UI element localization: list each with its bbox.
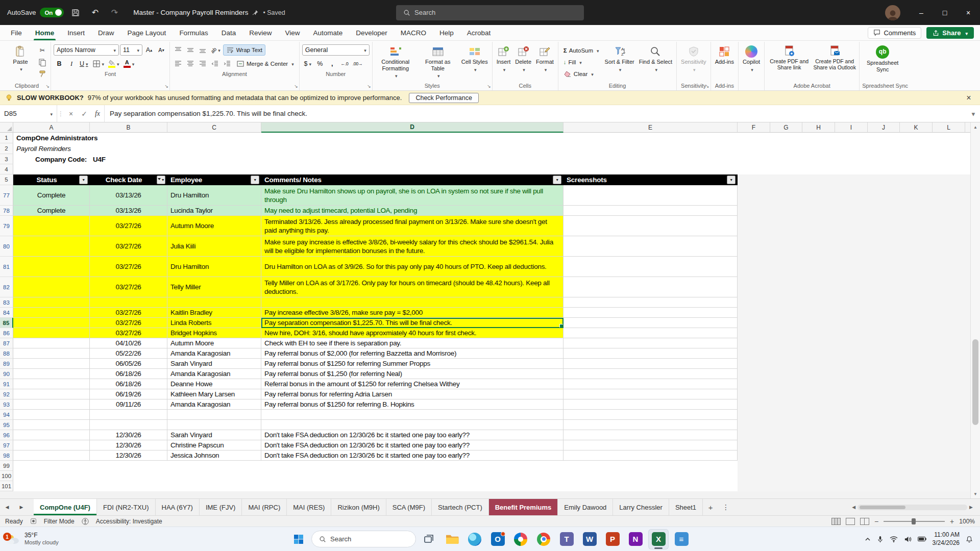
photos-button[interactable]	[510, 529, 531, 549]
row-header-86[interactable]: 86	[0, 328, 13, 338]
cell-D86[interactable]: New hire, DOH: 3/16, should have approxm…	[261, 328, 564, 338]
cell-B4[interactable]	[90, 164, 167, 174]
zoom-in-icon[interactable]: +	[950, 517, 954, 525]
formula-input[interactable]: Pay separation compensation $1,225.70. T…	[104, 105, 967, 122]
cell-D83[interactable]	[261, 297, 564, 308]
cell-E90[interactable]	[564, 369, 738, 379]
cell-A89[interactable]	[13, 359, 90, 369]
cell-A97[interactable]	[13, 440, 90, 450]
pin-icon[interactable]	[252, 9, 259, 16]
row-header-92[interactable]: 92	[0, 389, 13, 399]
cell-C84[interactable]: Kaitlin Bradley	[167, 308, 261, 318]
styles-dialog-launcher-icon[interactable]: ↘	[487, 84, 491, 89]
cell-E97[interactable]	[564, 440, 738, 450]
cell-B1[interactable]	[90, 133, 167, 143]
cell-B101[interactable]	[90, 481, 167, 491]
addins-button[interactable]: Add-ins	[714, 43, 736, 82]
cell-C81[interactable]: Dru Hamilton	[167, 257, 261, 277]
row-header-2[interactable]: 2	[0, 143, 13, 154]
cell-E96[interactable]	[564, 430, 738, 440]
format-painter-button[interactable]	[37, 68, 48, 79]
cell-C94[interactable]	[167, 410, 261, 420]
paste-button[interactable]: Paste	[6, 43, 35, 82]
cell-A93[interactable]	[13, 399, 90, 410]
increase-decimal-button[interactable]: ←.0	[339, 59, 350, 69]
autosum-button[interactable]: ΣAutoSum	[561, 45, 602, 56]
ribbon-tab-page-layout[interactable]: Page Layout	[121, 25, 173, 40]
cell-C85[interactable]: Linda Roberts	[167, 318, 261, 328]
row-header-82[interactable]: 82	[0, 277, 13, 297]
cell-B89[interactable]: 06/05/26	[90, 359, 167, 369]
row-header-85[interactable]: 85	[0, 318, 13, 328]
start-button[interactable]	[288, 529, 309, 549]
cell-B85[interactable]: 03/27/26	[90, 318, 167, 328]
row-header-78[interactable]: 78	[0, 206, 13, 216]
cell-D101[interactable]	[261, 481, 564, 491]
cell-D98[interactable]: Don't take FSA deduction on 12/30/26 bc …	[261, 450, 564, 461]
sheet-tab-larry-chessler[interactable]: Larry Chessler	[613, 499, 669, 515]
cell-E79[interactable]	[564, 216, 738, 236]
zoom-out-icon[interactable]: −	[874, 517, 878, 525]
number-dialog-launcher-icon[interactable]: ↘	[367, 84, 371, 89]
cell-D81[interactable]: Dru Hamilton on LOA as of 3/9/26. So for…	[261, 257, 564, 277]
cell-E89[interactable]	[564, 359, 738, 369]
borders-button[interactable]	[91, 59, 106, 69]
cell-E100[interactable]	[564, 471, 738, 481]
cell-C80[interactable]: Julia Kiili	[167, 236, 261, 257]
cell-D97[interactable]: Don't take FSA deduction on 12/30/26 bc …	[261, 440, 564, 450]
row-header-95[interactable]: 95	[0, 420, 13, 430]
cell-D78[interactable]: May need to adjust timecard, potential L…	[261, 206, 564, 216]
undo-icon[interactable]: ↶	[87, 5, 103, 20]
font-family-select[interactable]: Aptos Narrow	[54, 44, 119, 56]
enter-entry-icon[interactable]: ✓	[78, 105, 91, 122]
cell-A80[interactable]	[13, 236, 90, 257]
row-header-88[interactable]: 88	[0, 348, 13, 359]
cell-E80[interactable]	[564, 236, 738, 257]
create-pdf-share-outlook-button[interactable]: Create PDF and Share via Outlook	[813, 43, 856, 82]
cell-A3[interactable]: Company Code:	[13, 154, 90, 164]
filter-button-status[interactable]	[79, 176, 88, 184]
cell-E93[interactable]	[564, 399, 738, 410]
delete-cells-button[interactable]: Delete	[513, 43, 533, 82]
cell-D84[interactable]: Pay increase effective 3/8/26, make sure…	[261, 308, 564, 318]
ribbon-tab-formulas[interactable]: Formulas	[173, 25, 214, 40]
filter-button-date[interactable]	[157, 176, 165, 184]
font-dialog-launcher-icon[interactable]: ↘	[164, 84, 168, 89]
row-header-101[interactable]: 101	[0, 481, 13, 491]
notification-center-icon[interactable]	[966, 536, 973, 543]
cell-E84[interactable]	[564, 308, 738, 318]
cell-A92[interactable]	[13, 389, 90, 399]
filter-button-screenshots[interactable]	[727, 176, 736, 184]
cell-D82[interactable]: Telly Miller on LOA as of 3/17/26. Only …	[261, 277, 564, 297]
cell-C83[interactable]	[167, 297, 261, 308]
ribbon-tab-review[interactable]: Review	[242, 25, 278, 40]
zoom-level[interactable]: 100%	[959, 518, 975, 525]
teams-button[interactable]: T	[556, 529, 577, 549]
cell-A86[interactable]	[13, 328, 90, 338]
increase-indent-button[interactable]	[222, 59, 233, 69]
sheet-tab-sca-m9f-[interactable]: SCA (M9F)	[386, 499, 432, 515]
header-screenshots[interactable]: Screenshots	[564, 174, 738, 185]
clear-button[interactable]: Clear	[561, 68, 602, 80]
find-select-button[interactable]: Find & Select	[638, 43, 674, 82]
column-header-A[interactable]: A	[13, 122, 90, 133]
cell-styles-button[interactable]: Cell Styles	[460, 43, 489, 82]
cell-C90[interactable]: Amanda Karagosian	[167, 369, 261, 379]
saved-status[interactable]: • Saved	[263, 9, 285, 16]
align-top-button[interactable]	[173, 45, 184, 56]
chrome-button[interactable]	[533, 529, 554, 549]
cell-D89[interactable]: Pay referral bonus of $1250 for referrin…	[261, 359, 564, 369]
header-employee[interactable]: Employee	[167, 174, 261, 185]
row-header-100[interactable]: 100	[0, 471, 13, 481]
cell-B93[interactable]: 09/11/26	[90, 399, 167, 410]
cell-D77[interactable]: Make sure Dru Hamilton shows up on payro…	[261, 185, 564, 206]
vertical-scrollbar[interactable]: ▲ ▼	[970, 122, 980, 498]
cell-B94[interactable]	[90, 410, 167, 420]
name-box[interactable]: D85	[0, 105, 57, 122]
row-header-99[interactable]: 99	[0, 461, 13, 471]
ribbon-tab-acrobat[interactable]: Acrobat	[460, 25, 498, 40]
cell-A91[interactable]	[13, 379, 90, 389]
cell-B79[interactable]: 03/27/26	[90, 216, 167, 236]
document-title[interactable]: Master - Company Payroll Reminders	[133, 9, 248, 16]
row-header-5[interactable]: 5	[0, 174, 13, 185]
